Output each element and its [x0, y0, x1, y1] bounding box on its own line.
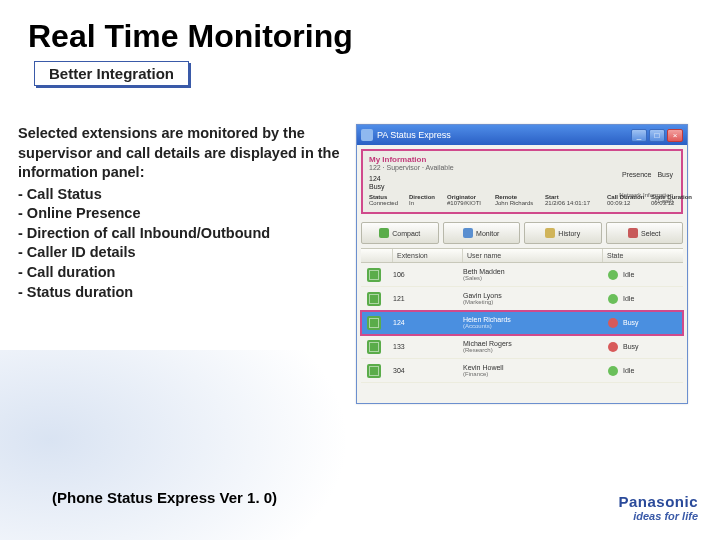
self-extension: 124 [369, 175, 385, 183]
extension-number: 133 [393, 343, 463, 350]
extension-icon [367, 268, 381, 282]
self-status: Busy [369, 183, 385, 191]
extension-number: 106 [393, 271, 463, 278]
my-info-subline: 122 · Supervisor · Available [369, 164, 675, 171]
select-icon [628, 228, 638, 238]
network-info: Network Information (1 call) [619, 192, 673, 204]
extension-state: Idle [623, 367, 691, 374]
minimize-button[interactable]: _ [631, 129, 647, 142]
monitor-icon [463, 228, 473, 238]
extension-icon [367, 292, 381, 306]
extension-columns: Extension User name State [361, 248, 683, 263]
window-title: PA Status Express [377, 130, 451, 140]
extension-number: 124 [393, 319, 463, 326]
presence-block: Presence Busy [622, 171, 673, 178]
description-lead: Selected extensions are monitored by the… [18, 124, 346, 183]
compact-button[interactable]: Compact [361, 222, 439, 244]
app-screenshot: PA Status Express _ □ × My Information 1… [356, 124, 688, 404]
extension-row[interactable]: 106Beth Madden(Sales)Idle [361, 263, 683, 287]
extension-user: Helen Richards(Accounts) [463, 316, 603, 330]
brand-tagline: Panasonic ideas for life [618, 493, 698, 522]
app-icon [361, 129, 373, 141]
toolbar: Compact Monitor History Select [361, 222, 683, 244]
description-block: Selected extensions are monitored by the… [18, 124, 356, 404]
extension-state: Busy [623, 319, 691, 326]
state-icon [608, 342, 618, 352]
history-button[interactable]: History [524, 222, 602, 244]
state-icon [608, 366, 618, 376]
state-icon [608, 318, 618, 328]
history-icon [545, 228, 555, 238]
extension-row[interactable]: 133Michael Rogers(Research)Busy [361, 335, 683, 359]
maximize-button[interactable]: □ [649, 129, 665, 142]
extension-number: 304 [393, 367, 463, 374]
extension-row[interactable]: 304Kevin Howell(Finance)Idle [361, 359, 683, 383]
extension-user: Gavin Lyons(Marketing) [463, 292, 603, 306]
select-button[interactable]: Select [606, 222, 684, 244]
subtitle-badge: Better Integration [34, 61, 189, 86]
description-list: Call Status Online Presence Direction of… [18, 185, 346, 302]
my-info-heading: My Information [369, 155, 675, 164]
close-button[interactable]: × [667, 129, 683, 142]
extension-icon [367, 340, 381, 354]
extension-icon [367, 364, 381, 378]
tagline-text: ideas for life [633, 510, 698, 522]
extension-user: Michael Rogers(Research) [463, 340, 603, 354]
extension-row[interactable]: 121Gavin Lyons(Marketing)Idle [361, 287, 683, 311]
page-title: Real Time Monitoring [0, 0, 720, 61]
extension-row[interactable]: 124Helen Richards(Accounts)Busy [361, 311, 683, 335]
extension-state: Busy [623, 343, 691, 350]
extension-user: Kevin Howell(Finance) [463, 364, 603, 378]
extension-list: 106Beth Madden(Sales)Idle121Gavin Lyons(… [361, 263, 683, 383]
state-icon [608, 270, 618, 280]
extension-number: 121 [393, 295, 463, 302]
version-label: (Phone Status Express Ver 1. 0) [52, 489, 277, 506]
extension-user: Beth Madden(Sales) [463, 268, 603, 282]
compact-icon [379, 228, 389, 238]
info-panel: My Information 122 · Supervisor · Availa… [361, 149, 683, 214]
monitor-button[interactable]: Monitor [443, 222, 521, 244]
extension-icon [367, 316, 381, 330]
window-titlebar: PA Status Express _ □ × [357, 125, 687, 145]
extension-state: Idle [623, 271, 691, 278]
state-icon [608, 294, 618, 304]
brand-name: Panasonic [618, 493, 698, 510]
extension-state: Idle [623, 295, 691, 302]
